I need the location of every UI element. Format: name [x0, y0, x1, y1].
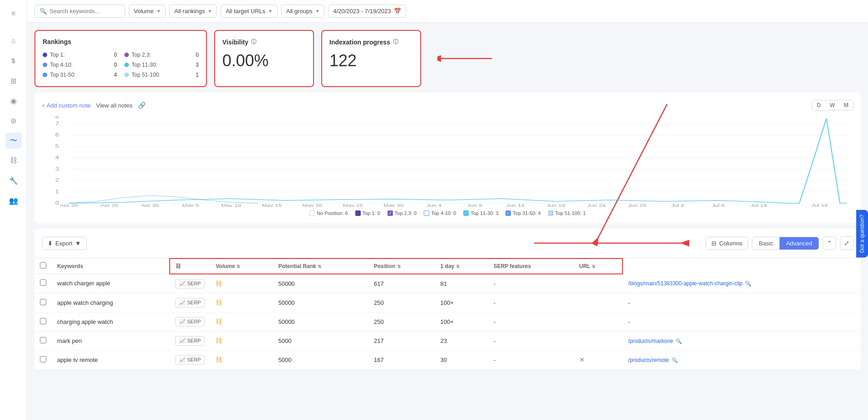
link2-icon[interactable]: ⛓: [5, 152, 22, 169]
columns-button[interactable]: ⊟ Columns: [706, 237, 748, 250]
row-checkbox[interactable]: [40, 299, 46, 305]
svg-text:Jun 24: Jun 24: [587, 203, 606, 207]
share-icon[interactable]: 🔗: [138, 102, 146, 109]
collapse-button[interactable]: ⌃: [823, 236, 836, 250]
keyword-cell: apple watch charging: [52, 293, 170, 312]
serp-button-cell: 📈 SERP: [170, 312, 210, 331]
top23-legend-box[interactable]: ✓: [387, 210, 393, 216]
top3150-value: 4: [114, 72, 117, 78]
search-box[interactable]: 🔍: [34, 5, 125, 18]
position-cell: 100+: [435, 312, 488, 331]
date-range-picker[interactable]: 4/20/2023 - 7/19/2023 📅: [328, 5, 406, 18]
fullscreen-button[interactable]: ⤢: [840, 236, 853, 250]
month-period-button[interactable]: M: [839, 100, 853, 110]
row-checkbox[interactable]: [40, 337, 46, 343]
top410-value: 0: [114, 62, 117, 68]
potential-rank-cell: 250: [368, 312, 435, 331]
top51100-label: Top 51-100:: [132, 72, 193, 78]
volume-filter[interactable]: Volume ▼: [129, 5, 166, 18]
users-icon[interactable]: 👥: [5, 192, 22, 209]
top3150-dot: [43, 73, 47, 77]
serp-button[interactable]: 📈 SERP: [175, 317, 205, 327]
indexation-value: 122: [329, 51, 413, 70]
top3150-legend-box[interactable]: ✓: [505, 210, 511, 216]
url-link[interactable]: /blogs/main/51383300-apple-watch-chargin…: [628, 280, 742, 287]
menu-icon[interactable]: ≡: [5, 5, 22, 22]
serp-button-cell: 📈 SERP: [170, 293, 210, 312]
top410-dot: [43, 63, 47, 67]
top410-legend-label: Top 4-10: 0: [431, 210, 456, 216]
legend-no-position[interactable]: No Position: 6: [309, 210, 348, 216]
wrench-icon[interactable]: 🔧: [5, 172, 22, 189]
select-all-checkbox[interactable]: [40, 262, 46, 269]
no-position-checkbox[interactable]: [309, 210, 315, 216]
chart-icon[interactable]: ◉: [5, 93, 22, 109]
grid-icon[interactable]: ⊞: [5, 73, 22, 89]
view-notes-button[interactable]: View all notes: [96, 102, 132, 109]
search-icon[interactable]: 🔍: [672, 357, 678, 363]
legend-top3150[interactable]: ✓ Top 31-50: 4: [505, 210, 540, 216]
urls-filter[interactable]: All target URLs ▼: [221, 5, 277, 18]
visibility-info-icon[interactable]: ⓘ: [251, 38, 256, 46]
legend-top410[interactable]: Top 4-10: 0: [424, 210, 456, 216]
potential-rank-cell: 250: [368, 293, 435, 312]
row-checkbox[interactable]: [40, 318, 46, 324]
top1-dot: [43, 53, 47, 57]
rankings-filter[interactable]: All rankings ▼: [169, 5, 217, 18]
dollar-icon[interactable]: $: [5, 53, 22, 69]
url-link[interactable]: /products/remote: [628, 357, 669, 363]
wave-icon[interactable]: 〜: [5, 132, 22, 149]
legend-top1[interactable]: ✓ Top 1: 0: [355, 210, 380, 216]
legend-top51100[interactable]: ✓ Top 51-100: 1: [548, 210, 586, 216]
keyword-text: apple watch charging: [57, 299, 113, 306]
advanced-view-button[interactable]: Advanced: [780, 237, 819, 249]
serp-features-header: SERP features: [488, 259, 574, 274]
row-checkbox[interactable]: [40, 356, 46, 362]
chart-svg: 0 1 2 3 4 5 6 7 8: [42, 116, 853, 207]
potential-rank-cell: 167: [368, 350, 435, 369]
week-period-button[interactable]: W: [825, 100, 839, 110]
home-icon[interactable]: ⌂: [5, 33, 22, 49]
day-period-button[interactable]: D: [812, 100, 825, 110]
svg-text:Jun 9: Jun 9: [467, 203, 482, 207]
serp-button-cell: 📈 SERP: [170, 331, 210, 350]
groups-filter[interactable]: All groups ▼: [281, 5, 325, 18]
search-icon[interactable]: 🔍: [745, 281, 751, 286]
export-button[interactable]: ⬇ Export ▼: [42, 237, 87, 250]
view-toggle: Basic Advanced: [752, 237, 819, 250]
date-range-label: 4/20/2023 - 7/19/2023: [333, 8, 391, 15]
basic-view-button[interactable]: Basic: [752, 237, 780, 249]
serp-features-cell: [574, 274, 623, 293]
arrow-annotation-top: [428, 30, 861, 87]
top1-legend-label: Top 1: 0: [363, 210, 380, 216]
serp-button[interactable]: 📈 SERP: [175, 279, 205, 288]
top1-legend-box[interactable]: ✓: [355, 210, 361, 216]
link-cell: ⛓: [210, 350, 273, 369]
top410-label: Top 4-10:: [50, 62, 111, 68]
link-icon: ⛓: [216, 337, 222, 344]
url-link[interactable]: /products/markone: [628, 338, 673, 344]
svg-text:5: 5: [55, 144, 59, 149]
serp-button[interactable]: 📈 SERP: [175, 336, 205, 346]
top51100-legend-box[interactable]: ✓: [548, 210, 554, 216]
svg-text:Jul 4: Jul 4: [671, 203, 684, 207]
serp-button[interactable]: 📈 SERP: [175, 298, 205, 308]
indexation-info-icon[interactable]: ⓘ: [393, 38, 398, 46]
top1130-legend-box[interactable]: ✓: [463, 210, 469, 216]
serp-button[interactable]: 📈 SERP: [175, 355, 205, 365]
legend-top23[interactable]: ✓ Top 2,3: 0: [387, 210, 417, 216]
top410-legend-box[interactable]: [424, 210, 429, 216]
ranking-top23: Top 2,3: 0: [124, 51, 199, 59]
add-note-button[interactable]: + Add custom note: [42, 102, 91, 109]
target-icon[interactable]: ⊛: [5, 112, 22, 129]
content-area: Rankings Top 1: 0 Top 2,3: 0: [27, 23, 868, 420]
got-question-button[interactable]: Got a question?: [856, 210, 868, 258]
row-checkbox[interactable]: [40, 279, 46, 286]
one-day-cell: -: [488, 293, 574, 312]
search-input[interactable]: [49, 8, 120, 15]
table-row: watch charger apple 📈 SERP ⛓ 50000 617 8…: [34, 274, 861, 293]
svg-text:Jul 9: Jul 9: [712, 203, 725, 207]
legend-top1130[interactable]: ✓ Top 11-30: 3: [463, 210, 498, 216]
rankings-grid: Top 1: 0 Top 2,3: 0 Top 4-10: 0: [43, 51, 199, 79]
search-icon[interactable]: 🔍: [676, 338, 682, 344]
